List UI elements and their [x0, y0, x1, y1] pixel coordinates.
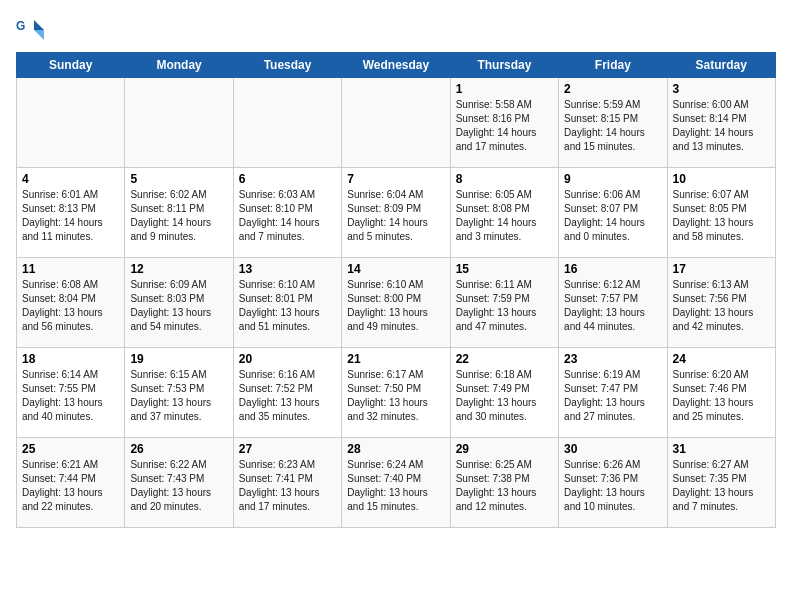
day-info-line: and 54 minutes.: [130, 321, 201, 332]
day-info-line: Sunset: 7:38 PM: [456, 473, 530, 484]
day-info-line: Sunset: 8:00 PM: [347, 293, 421, 304]
day-info-line: Daylight: 13 hours: [564, 487, 645, 498]
day-info-line: Daylight: 13 hours: [347, 397, 428, 408]
day-number: 30: [564, 442, 661, 456]
day-info: Sunrise: 6:10 AMSunset: 8:00 PMDaylight:…: [347, 278, 444, 334]
day-info-line: and 9 minutes.: [130, 231, 196, 242]
day-info-line: and 11 minutes.: [22, 231, 93, 242]
day-info: Sunrise: 6:00 AMSunset: 8:14 PMDaylight:…: [673, 98, 770, 154]
day-info-line: Sunrise: 6:00 AM: [673, 99, 749, 110]
day-info-line: Sunset: 7:47 PM: [564, 383, 638, 394]
day-info-line: Sunrise: 6:19 AM: [564, 369, 640, 380]
day-number: 2: [564, 82, 661, 96]
day-info-line: Sunset: 7:40 PM: [347, 473, 421, 484]
calendar-day-cell: 7Sunrise: 6:04 AMSunset: 8:09 PMDaylight…: [342, 168, 450, 258]
calendar-day-cell: 30Sunrise: 6:26 AMSunset: 7:36 PMDayligh…: [559, 438, 667, 528]
calendar-day-cell: 28Sunrise: 6:24 AMSunset: 7:40 PMDayligh…: [342, 438, 450, 528]
day-number: 27: [239, 442, 336, 456]
calendar-day-cell: [125, 78, 233, 168]
day-info-line: Sunrise: 5:59 AM: [564, 99, 640, 110]
day-info-line: Sunset: 8:03 PM: [130, 293, 204, 304]
day-info-line: Daylight: 13 hours: [239, 397, 320, 408]
day-number: 29: [456, 442, 553, 456]
day-info-line: Daylight: 13 hours: [456, 397, 537, 408]
day-number: 26: [130, 442, 227, 456]
day-info-line: Sunset: 7:56 PM: [673, 293, 747, 304]
day-info-line: Sunset: 7:55 PM: [22, 383, 96, 394]
day-number: 28: [347, 442, 444, 456]
calendar-day-cell: 5Sunrise: 6:02 AMSunset: 8:11 PMDaylight…: [125, 168, 233, 258]
calendar-table: SundayMondayTuesdayWednesdayThursdayFrid…: [16, 52, 776, 528]
day-number: 31: [673, 442, 770, 456]
day-number: 24: [673, 352, 770, 366]
weekday-header-thursday: Thursday: [450, 53, 558, 78]
day-info-line: and 17 minutes.: [239, 501, 310, 512]
calendar-day-cell: 29Sunrise: 6:25 AMSunset: 7:38 PMDayligh…: [450, 438, 558, 528]
calendar-day-cell: 12Sunrise: 6:09 AMSunset: 8:03 PMDayligh…: [125, 258, 233, 348]
day-info-line: and 35 minutes.: [239, 411, 310, 422]
day-number: 4: [22, 172, 119, 186]
day-info-line: and 25 minutes.: [673, 411, 744, 422]
day-info-line: Daylight: 13 hours: [22, 307, 103, 318]
day-info-line: and 17 minutes.: [456, 141, 527, 152]
day-info-line: Sunrise: 6:05 AM: [456, 189, 532, 200]
calendar-day-cell: [233, 78, 341, 168]
day-info-line: Sunrise: 6:06 AM: [564, 189, 640, 200]
day-info-line: and 15 minutes.: [564, 141, 635, 152]
day-info: Sunrise: 6:11 AMSunset: 7:59 PMDaylight:…: [456, 278, 553, 334]
day-info: Sunrise: 6:23 AMSunset: 7:41 PMDaylight:…: [239, 458, 336, 514]
day-info-line: Sunrise: 6:20 AM: [673, 369, 749, 380]
weekday-header-friday: Friday: [559, 53, 667, 78]
calendar-day-cell: 25Sunrise: 6:21 AMSunset: 7:44 PMDayligh…: [17, 438, 125, 528]
day-info-line: and 32 minutes.: [347, 411, 418, 422]
day-info-line: Daylight: 13 hours: [130, 487, 211, 498]
day-info-line: Sunset: 8:05 PM: [673, 203, 747, 214]
day-info-line: Sunrise: 6:09 AM: [130, 279, 206, 290]
day-info-line: and 7 minutes.: [673, 501, 739, 512]
day-number: 18: [22, 352, 119, 366]
day-info-line: Sunrise: 5:58 AM: [456, 99, 532, 110]
day-info: Sunrise: 6:03 AMSunset: 8:10 PMDaylight:…: [239, 188, 336, 244]
day-info-line: and 13 minutes.: [673, 141, 744, 152]
day-number: 25: [22, 442, 119, 456]
day-info-line: Sunset: 7:46 PM: [673, 383, 747, 394]
day-info-line: Sunrise: 6:04 AM: [347, 189, 423, 200]
day-number: 9: [564, 172, 661, 186]
day-info-line: Sunrise: 6:14 AM: [22, 369, 98, 380]
calendar-week-row: 4Sunrise: 6:01 AMSunset: 8:13 PMDaylight…: [17, 168, 776, 258]
day-info: Sunrise: 6:25 AMSunset: 7:38 PMDaylight:…: [456, 458, 553, 514]
day-info-line: Daylight: 13 hours: [22, 487, 103, 498]
day-info-line: Daylight: 13 hours: [239, 487, 320, 498]
weekday-header-tuesday: Tuesday: [233, 53, 341, 78]
calendar-day-cell: 26Sunrise: 6:22 AMSunset: 7:43 PMDayligh…: [125, 438, 233, 528]
calendar-day-cell: 3Sunrise: 6:00 AMSunset: 8:14 PMDaylight…: [667, 78, 775, 168]
day-info-line: and 27 minutes.: [564, 411, 635, 422]
svg-marker-2: [34, 30, 44, 40]
day-number: 3: [673, 82, 770, 96]
calendar-day-cell: 24Sunrise: 6:20 AMSunset: 7:46 PMDayligh…: [667, 348, 775, 438]
calendar-day-cell: 10Sunrise: 6:07 AMSunset: 8:05 PMDayligh…: [667, 168, 775, 258]
calendar-day-cell: 8Sunrise: 6:05 AMSunset: 8:08 PMDaylight…: [450, 168, 558, 258]
day-info: Sunrise: 6:19 AMSunset: 7:47 PMDaylight:…: [564, 368, 661, 424]
day-info-line: Daylight: 14 hours: [456, 217, 537, 228]
day-info-line: Sunset: 7:59 PM: [456, 293, 530, 304]
day-info-line: Sunset: 7:35 PM: [673, 473, 747, 484]
day-info-line: Sunrise: 6:01 AM: [22, 189, 98, 200]
day-info: Sunrise: 6:14 AMSunset: 7:55 PMDaylight:…: [22, 368, 119, 424]
day-info-line: and 15 minutes.: [347, 501, 418, 512]
calendar-day-cell: 21Sunrise: 6:17 AMSunset: 7:50 PMDayligh…: [342, 348, 450, 438]
day-info-line: Sunset: 7:44 PM: [22, 473, 96, 484]
calendar-day-cell: [17, 78, 125, 168]
day-info-line: Sunset: 8:07 PM: [564, 203, 638, 214]
day-info-line: and 58 minutes.: [673, 231, 744, 242]
day-info: Sunrise: 6:24 AMSunset: 7:40 PMDaylight:…: [347, 458, 444, 514]
day-info: Sunrise: 6:15 AMSunset: 7:53 PMDaylight:…: [130, 368, 227, 424]
day-info-line: and 51 minutes.: [239, 321, 310, 332]
day-info-line: Sunset: 8:10 PM: [239, 203, 313, 214]
day-info: Sunrise: 6:01 AMSunset: 8:13 PMDaylight:…: [22, 188, 119, 244]
day-info-line: and 20 minutes.: [130, 501, 201, 512]
day-number: 15: [456, 262, 553, 276]
day-info-line: Sunset: 8:04 PM: [22, 293, 96, 304]
day-number: 11: [22, 262, 119, 276]
day-info: Sunrise: 6:09 AMSunset: 8:03 PMDaylight:…: [130, 278, 227, 334]
